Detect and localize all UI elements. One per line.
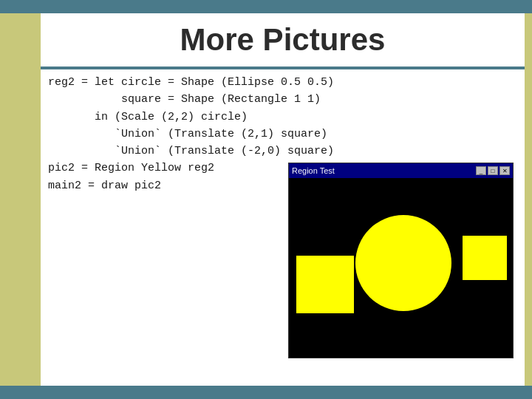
- shape-rect-right: [463, 236, 507, 280]
- slide-title: More Pictures: [180, 22, 386, 58]
- window-controls: _ □ ✕: [476, 166, 510, 175]
- shape-rect-left: [296, 256, 354, 313]
- left-stripe: [0, 13, 41, 386]
- code-line-4: `Union` (Translate (2,1) square): [48, 126, 521, 143]
- window-title: Region Test: [292, 166, 335, 175]
- bottom-bar: [0, 386, 532, 399]
- code-line-3: in (Scale (2,2) circle): [48, 109, 521, 126]
- top-bar: [0, 0, 532, 13]
- shape-circle: [355, 215, 451, 311]
- code-line-5: `Union` (Translate (-2,0) square): [48, 143, 521, 160]
- close-button[interactable]: ✕: [499, 166, 510, 175]
- title-underline: [41, 66, 525, 69]
- slide: More Pictures reg2 = let circle = Shape …: [0, 0, 532, 399]
- title-area: More Pictures: [41, 13, 525, 66]
- maximize-button[interactable]: □: [488, 166, 498, 175]
- minimize-button[interactable]: _: [476, 166, 486, 175]
- window-titlebar: Region Test _ □ ✕: [289, 163, 513, 178]
- region-test-window: Region Test _ □ ✕: [288, 163, 514, 358]
- right-stripe: [525, 13, 532, 386]
- code-line-2: square = Shape (Rectangle 1 1): [48, 91, 521, 108]
- region-canvas: [289, 178, 513, 358]
- code-line-1: reg2 = let circle = Shape (Ellipse 0.5 0…: [48, 74, 521, 91]
